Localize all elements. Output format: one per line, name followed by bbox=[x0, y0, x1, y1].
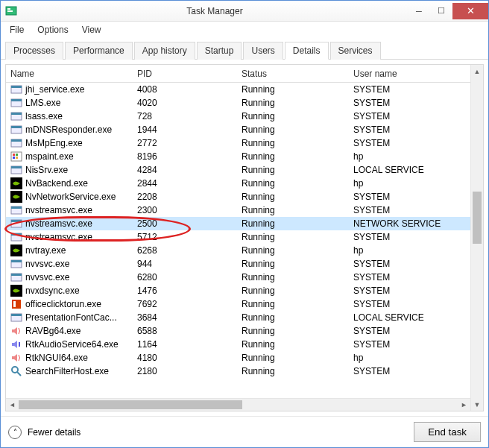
cell-status: Running bbox=[237, 326, 349, 336]
process-icon bbox=[10, 271, 22, 283]
menu-options[interactable]: Options bbox=[31, 23, 74, 37]
cell-user: SYSTEM bbox=[349, 232, 470, 242]
cell-pid: 2300 bbox=[133, 205, 237, 215]
cell-name: SearchFilterHost.exe bbox=[6, 365, 133, 377]
table-row[interactable]: NisSrv.exe4284RunningLOCAL SERVICE bbox=[6, 163, 470, 177]
table-row[interactable]: nvxdsync.exe1476RunningSYSTEM bbox=[6, 284, 470, 297]
tab-startup[interactable]: Startup bbox=[197, 42, 242, 60]
cell-status: Running bbox=[237, 84, 349, 95]
tab-app-history[interactable]: App history bbox=[134, 42, 195, 60]
end-task-button[interactable]: End task bbox=[414, 422, 481, 442]
menu-file[interactable]: File bbox=[4, 23, 30, 37]
column-header-status[interactable]: Status bbox=[237, 66, 349, 82]
table-row[interactable]: mDNSResponder.exe1944RunningSYSTEM bbox=[6, 123, 470, 136]
cell-user: SYSTEM bbox=[349, 285, 470, 296]
scroll-down-icon[interactable]: ▼ bbox=[471, 398, 483, 411]
process-name: RtkAudioService64.exe bbox=[25, 339, 119, 350]
hscroll-track[interactable] bbox=[19, 399, 458, 411]
tab-users[interactable]: Users bbox=[243, 42, 283, 60]
process-name: nvstreamsvc.exe bbox=[25, 218, 92, 229]
vertical-scrollbar[interactable]: ▲ ▼ bbox=[470, 65, 483, 411]
column-header-name[interactable]: Name bbox=[6, 66, 133, 82]
cell-user: SYSTEM bbox=[349, 98, 470, 108]
svg-rect-6 bbox=[11, 99, 22, 101]
chevron-up-icon: ˄ bbox=[8, 426, 22, 439]
table-row[interactable]: nvstreamsvc.exe5712RunningSYSTEM bbox=[6, 230, 470, 244]
cell-status: Running bbox=[237, 259, 349, 269]
process-name: NvBackend.exe bbox=[25, 178, 88, 189]
cell-name: NisSrv.exe bbox=[6, 164, 133, 176]
table-row[interactable]: PresentationFontCac...3684RunningLOCAL S… bbox=[6, 311, 470, 324]
fewer-details-button[interactable]: ˄ Fewer details bbox=[8, 426, 81, 439]
svg-rect-2 bbox=[7, 10, 13, 12]
window-buttons bbox=[408, 3, 488, 19]
cell-pid: 944 bbox=[133, 259, 237, 269]
maximize-button[interactable] bbox=[430, 3, 452, 19]
svg-rect-32 bbox=[11, 274, 22, 276]
svg-rect-37 bbox=[11, 314, 22, 316]
close-button[interactable] bbox=[452, 3, 488, 19]
cell-pid: 4008 bbox=[133, 84, 237, 95]
cell-user: SYSTEM bbox=[349, 124, 470, 135]
tab-services[interactable]: Services bbox=[330, 42, 381, 60]
cell-name: nvxdsync.exe bbox=[6, 285, 133, 297]
table-row[interactable]: RtkAudioService64.exe1164RunningSYSTEM bbox=[6, 338, 470, 351]
tab-processes[interactable]: Processes bbox=[5, 42, 63, 60]
table-row[interactable]: LMS.exe4020RunningSYSTEM bbox=[6, 96, 470, 110]
cell-user: SYSTEM bbox=[349, 326, 470, 336]
table-row[interactable]: MsMpEng.exe2772RunningSYSTEM bbox=[6, 136, 470, 150]
process-icon bbox=[10, 218, 22, 230]
tabs: Processes Performance App history Startu… bbox=[1, 41, 488, 60]
cell-pid: 6588 bbox=[133, 326, 237, 336]
svg-rect-25 bbox=[11, 220, 22, 222]
titlebar[interactable]: Task Manager bbox=[1, 1, 488, 22]
table-row[interactable]: nvtray.exe6268Runninghp bbox=[6, 244, 470, 257]
cell-pid: 5712 bbox=[133, 232, 237, 242]
cell-name: PresentationFontCac... bbox=[6, 312, 133, 324]
table-row[interactable]: RtkNGUI64.exe4180Runninghp bbox=[6, 351, 470, 365]
table-row[interactable]: mspaint.exe8196Runninghp bbox=[6, 150, 470, 163]
horizontal-scrollbar[interactable]: ◄ ► bbox=[6, 398, 470, 411]
minimize-button[interactable] bbox=[408, 3, 430, 19]
scroll-up-icon[interactable]: ▲ bbox=[471, 65, 483, 78]
column-headers: Name PID Status User name bbox=[6, 65, 470, 83]
cell-name: nvvsvc.exe bbox=[6, 258, 133, 270]
cell-name: mDNSResponder.exe bbox=[6, 124, 133, 136]
process-name: MsMpEng.exe bbox=[25, 138, 83, 148]
table-row[interactable]: NvBackend.exe2844Runninghp bbox=[6, 177, 470, 190]
table-row[interactable]: nvstreamsvc.exe2500RunningNETWORK SERVIC… bbox=[6, 217, 470, 230]
cell-status: Running bbox=[237, 299, 349, 309]
process-list[interactable]: Name PID Status User name jhi_service.ex… bbox=[6, 65, 470, 411]
cell-status: Running bbox=[237, 151, 349, 162]
cell-status: Running bbox=[237, 245, 349, 256]
column-header-pid[interactable]: PID bbox=[133, 66, 237, 82]
svg-rect-16 bbox=[13, 157, 15, 159]
scroll-right-icon[interactable]: ► bbox=[458, 401, 470, 408]
svg-line-40 bbox=[17, 372, 21, 376]
scroll-left-icon[interactable]: ◄ bbox=[6, 401, 19, 408]
table-row[interactable]: nvstreamsvc.exe2300RunningSYSTEM bbox=[6, 204, 470, 217]
svg-rect-17 bbox=[16, 157, 18, 159]
vscroll-thumb[interactable] bbox=[473, 192, 482, 244]
tab-details[interactable]: Details bbox=[285, 42, 329, 60]
table-row[interactable]: jhi_service.exe4008RunningSYSTEM bbox=[6, 83, 470, 96]
table-row[interactable]: nvvsvc.exe6280RunningSYSTEM bbox=[6, 271, 470, 284]
process-name: nvvsvc.exe bbox=[25, 272, 69, 283]
table-row[interactable]: nvvsvc.exe944RunningSYSTEM bbox=[6, 257, 470, 271]
table-row[interactable]: NvNetworkService.exe2208RunningSYSTEM bbox=[6, 190, 470, 204]
table-row[interactable]: lsass.exe728RunningSYSTEM bbox=[6, 110, 470, 123]
process-icon bbox=[10, 110, 22, 122]
cell-name: nvstreamsvc.exe bbox=[6, 204, 133, 216]
hscroll-thumb[interactable] bbox=[19, 400, 242, 409]
menu-view[interactable]: View bbox=[76, 23, 107, 37]
tab-performance[interactable]: Performance bbox=[65, 42, 133, 60]
cell-name: RAVBg64.exe bbox=[6, 325, 133, 337]
svg-rect-15 bbox=[16, 154, 18, 156]
cell-pid: 6280 bbox=[133, 272, 237, 283]
column-header-user[interactable]: User name bbox=[349, 66, 470, 82]
table-row[interactable]: RAVBg64.exe6588RunningSYSTEM bbox=[6, 324, 470, 338]
table-row[interactable]: officeclicktorun.exe7692RunningSYSTEM bbox=[6, 297, 470, 311]
table-row[interactable]: SearchFilterHost.exe2180RunningSYSTEM bbox=[6, 365, 470, 378]
cell-pid: 728 bbox=[133, 111, 237, 122]
cell-status: Running bbox=[237, 165, 349, 175]
